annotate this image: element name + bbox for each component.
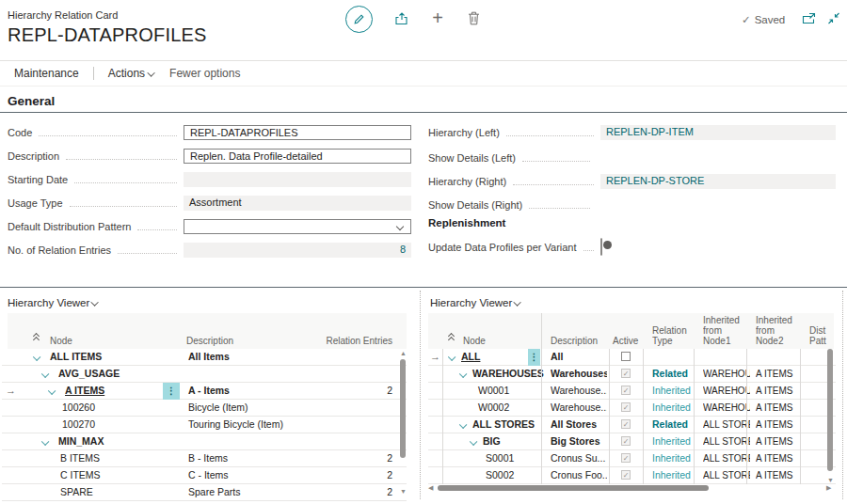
field-row-hierarchy-right: Hierarchy (Right) REPLEN-DP-STORE <box>428 174 836 189</box>
expand-chevron-icon[interactable] <box>41 370 49 378</box>
relation-type-cell[interactable]: Related <box>652 366 688 382</box>
relation-type-cell[interactable]: Related <box>652 417 688 433</box>
column-header-inherited-from-node1[interactable]: Inherited from Node1 <box>703 315 752 346</box>
right-grid-vertical-scrollbar[interactable]: ▼ <box>826 349 834 486</box>
relation-type-cell[interactable]: Inherited <box>652 467 691 483</box>
column-header-description[interactable]: Description <box>186 336 233 346</box>
row-actions-button[interactable]: ⋮ <box>163 383 180 400</box>
checkbox-checked: ✓ <box>621 369 631 378</box>
dotted-leader <box>137 229 177 230</box>
left-grid-rows: ALL ITEMS All Items AVG_USAGE → A ITEMS … <box>2 349 407 501</box>
menu-item-maintenance[interactable]: Maintenance <box>14 67 79 80</box>
inherited-node1-cell: WAREHOU... <box>703 383 750 399</box>
node-cell: SPARE <box>60 484 93 500</box>
add-icon[interactable]: + <box>429 8 446 28</box>
expand-chevron-icon[interactable] <box>459 421 467 429</box>
column-header-distribution-pattern[interactable]: Dist Patt <box>809 325 832 346</box>
hierarchy-left-link[interactable]: REPLEN-DP-ITEM <box>600 125 836 140</box>
field-row-update-data-profiles: Update Data Profiles per Variant <box>428 240 836 255</box>
menu-item-actions[interactable]: Actions <box>108 67 155 80</box>
chevron-down-icon <box>91 298 99 306</box>
inherited-node2-cell: A ITEMS <box>756 366 799 382</box>
open-in-window-icon[interactable] <box>802 12 816 24</box>
column-header-relation-type[interactable]: Relation Type <box>652 325 695 346</box>
hierarchy-right-link[interactable]: REPLEN-DP-STORE <box>600 174 836 189</box>
column-header-active[interactable]: Active <box>613 336 638 346</box>
table-row[interactable]: WAREHOUSES Warehouses ✓ Related WAREHOU.… <box>428 366 836 383</box>
inherited-node1-cell: WAREHOU... <box>703 366 750 382</box>
active-cell[interactable] <box>609 349 643 365</box>
toggle-knob <box>589 160 599 169</box>
breadcrumb[interactable]: Hierarchy Relation Card <box>8 9 118 21</box>
table-row[interactable]: BIG Big Stores ✓ Inherited ALL STORES A … <box>428 433 836 450</box>
relation-type-cell[interactable]: Inherited <box>652 400 691 416</box>
table-row[interactable]: SPARE Spare Parts 2 <box>2 484 407 501</box>
scroll-left-icon[interactable]: ◀ <box>428 484 433 492</box>
scrollbar-thumb[interactable] <box>438 485 709 491</box>
table-row[interactable]: ALL ITEMS All Items <box>2 349 407 366</box>
right-grid-horizontal-scrollbar[interactable]: ◀ ▶ <box>428 484 833 492</box>
pane-splitter[interactable] <box>842 291 843 499</box>
table-row[interactable]: C ITEMS C - Items 2 <box>2 467 407 484</box>
expand-chevron-icon[interactable] <box>459 370 467 378</box>
scroll-right-icon[interactable]: ▶ <box>826 484 831 492</box>
inherited-node2-cell: A ITEMS <box>756 400 799 416</box>
column-header-inherited-from-node2[interactable]: Inherited from Node2 <box>756 315 805 346</box>
table-row[interactable]: W0002 Warehouse... ✓ Inherited WAREHOU..… <box>428 400 836 417</box>
scroll-down-icon[interactable]: ▼ <box>400 488 407 496</box>
table-row[interactable]: B ITEMS B - Items 2 <box>2 450 407 467</box>
scrollbar-thumb[interactable] <box>400 359 406 458</box>
field-row-default-distribution-pattern: Default Distribution Pattern <box>8 219 411 234</box>
table-row[interactable]: MIN_MAX <box>2 433 407 450</box>
relation-type-cell[interactable]: Inherited <box>652 383 691 399</box>
table-row[interactable]: ALL STORES All Stores ✓ Related ALL STOR… <box>428 417 836 433</box>
default-distribution-pattern-dropdown[interactable] <box>184 219 411 234</box>
table-row-selected[interactable]: → A ITEMS ⋮ A - Items 2 <box>2 383 407 400</box>
edit-pencil-icon[interactable] <box>345 6 373 33</box>
expand-chevron-icon[interactable] <box>470 438 477 446</box>
row-actions-button[interactable]: ⋮ <box>528 349 540 366</box>
expand-chevron-icon[interactable] <box>448 354 455 361</box>
collapse-all-icon[interactable] <box>32 334 41 343</box>
group-label-replenishment: Replenishment <box>428 217 505 228</box>
collapse-all-icon[interactable] <box>447 334 456 343</box>
table-row[interactable]: S0002 Cronus Foo... ✓ Inherited ALL STOR… <box>428 467 836 484</box>
update-data-profiles-per-variant-toggle[interactable] <box>600 238 602 256</box>
table-row[interactable]: 100270 Touring Bicycle (Item) <box>2 417 407 433</box>
expand-chevron-icon[interactable] <box>33 354 40 361</box>
share-icon[interactable] <box>394 12 409 25</box>
expand-chevron-icon[interactable] <box>48 387 56 395</box>
checkbox-unchecked[interactable] <box>621 352 631 361</box>
delete-trash-icon[interactable] <box>468 11 480 25</box>
description-input[interactable]: Replen. Data Profile-detailed <box>184 149 411 164</box>
node-cell: MIN_MAX <box>58 433 104 449</box>
relation-type-cell[interactable]: Inherited <box>652 433 691 449</box>
description-cell: Big Stores <box>551 433 607 449</box>
left-grid-vertical-scrollbar[interactable]: ▲ ▼ <box>399 349 407 499</box>
collapse-diagonal-icon[interactable] <box>827 12 840 24</box>
column-header-relation-entries[interactable]: Relation Entries <box>245 336 392 346</box>
left-hierarchy-viewer-menu[interactable]: Hierarchy Viewer <box>8 297 99 308</box>
scroll-down-icon[interactable]: ▼ <box>827 477 834 484</box>
right-hierarchy-viewer-menu[interactable]: Hierarchy Viewer <box>430 297 521 308</box>
relation-type-cell[interactable]: Inherited <box>652 450 691 466</box>
table-row[interactable]: 100260 Bicycle (Item) <box>2 400 407 417</box>
scrollbar-thumb[interactable] <box>827 349 833 471</box>
active-cell: ✓ <box>609 467 643 483</box>
table-row[interactable]: AVG_USAGE <box>2 366 407 383</box>
column-header-node[interactable]: Node <box>50 336 72 346</box>
scroll-up-icon[interactable]: ▲ <box>400 350 407 357</box>
pane-splitter[interactable] <box>420 291 421 499</box>
column-header-description[interactable]: Description <box>551 336 598 346</box>
code-input[interactable]: REPL-DATAPROFILES <box>184 125 411 140</box>
expand-chevron-icon[interactable] <box>41 438 49 446</box>
description-cell: Cronus Foo... <box>551 467 607 483</box>
table-row[interactable]: S0001 Cronus Su... ✓ Inherited ALL STORE… <box>428 450 836 467</box>
menu-item-fewer-options[interactable]: Fewer options <box>169 67 240 80</box>
section-title-general[interactable]: General <box>8 94 55 108</box>
table-row[interactable]: W0001 Warehouse... ✓ Inherited WAREHOU..… <box>428 383 836 400</box>
table-row-selected[interactable]: → ALL ⋮ All <box>428 349 836 366</box>
field-row-show-details-left: Show Details (Left) <box>428 150 836 165</box>
column-header-node[interactable]: Node <box>463 336 486 346</box>
dotted-leader <box>522 161 594 162</box>
